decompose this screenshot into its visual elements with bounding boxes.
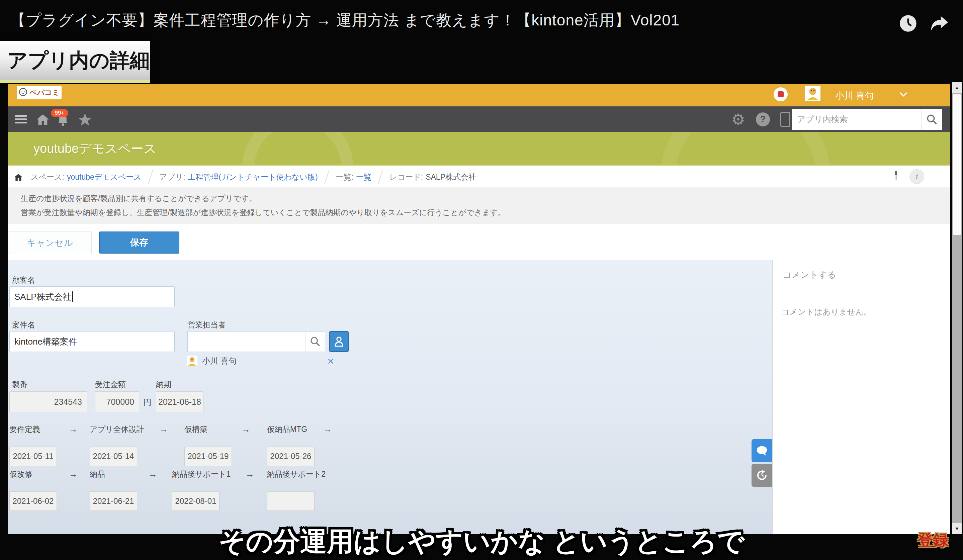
search-input[interactable] (792, 109, 921, 130)
sales-rep-input[interactable] (188, 332, 305, 351)
arrow-separator: → (69, 424, 78, 435)
customer-name-label: 顧客名 (12, 275, 35, 285)
settings-gear-icon[interactable]: ⚙ (728, 106, 748, 132)
arrow-separator: → (323, 424, 332, 435)
process-step-label: 納品 (90, 469, 147, 479)
process-step: 仮構築 2021-05-19 (184, 424, 241, 466)
breadcrumb-home-icon[interactable] (14, 173, 23, 181)
notification-count-badge: 99+ (51, 109, 68, 117)
sales-rep-search-button[interactable] (305, 332, 325, 351)
logo-face-icon (19, 87, 28, 98)
breadcrumb-item-record: レコード: SALP株式会社 (389, 172, 476, 182)
process-step-label: アプリ全体設計 (90, 424, 147, 435)
search-icon (310, 336, 321, 347)
cancel-button[interactable]: キャンセル (8, 231, 92, 254)
selected-user-chip: 小川 喜句 × (187, 355, 334, 367)
breadcrumb-item-view[interactable]: 一覧: 一覧 (336, 172, 371, 182)
header-user-name[interactable]: 小川 喜句 (835, 90, 874, 102)
page-scrollbar[interactable]: ▲ ▼ (952, 82, 961, 534)
process-step: 納品後サポート2 (267, 469, 324, 511)
process-date-field[interactable]: 2021-06-21 (90, 491, 137, 511)
share-button[interactable] (930, 15, 949, 34)
comments-empty-message: コメントはありません。 (781, 306, 872, 317)
space-header: youtubeデモスペース (8, 132, 950, 165)
process-step-label: 要件定義 (10, 424, 66, 435)
divider (773, 326, 950, 326)
chevron-down-icon[interactable] (899, 91, 908, 99)
process-date-field[interactable]: 2021-05-26 (267, 447, 315, 466)
person-icon (333, 335, 345, 348)
user-avatar[interactable] (805, 86, 820, 101)
scroll-up-arrow[interactable]: ▲ (952, 82, 961, 93)
breadcrumb-item-space[interactable]: スペース: youtubeデモスペース (31, 172, 141, 182)
video-caption: その分運用はしやすいかな というところで (0, 524, 963, 560)
process-step-label: 納品後サポート2 (267, 469, 324, 479)
video-overlay-label: アプリ内の詳細 (0, 41, 150, 83)
breadcrumb-separator (378, 170, 383, 184)
order-amount-field[interactable]: 700000 (95, 392, 139, 412)
process-step: 納品後サポート1 2022-08-01 (172, 469, 229, 511)
product-no-field[interactable]: 234543 (10, 392, 87, 412)
process-step: 要件定義 2021-05-11 (10, 424, 66, 466)
scrollbar-thumb[interactable] (953, 94, 961, 235)
action-bar: キャンセル 保存 (8, 224, 950, 260)
process-step: 仮納品MTG 2021-05-26 (267, 424, 324, 466)
comment-bubble-icon (756, 445, 768, 456)
app-description: 生産の進捗状況を顧客/製品別に共有することができるアプリです。 営業が受注数量や… (8, 187, 950, 224)
arrow-separator: → (149, 469, 157, 479)
share-icon (930, 14, 949, 34)
arrow-separator: → (159, 424, 168, 435)
process-date-field[interactable]: 2021-05-19 (184, 447, 232, 466)
comments-tab[interactable] (752, 439, 772, 462)
search-button[interactable] (921, 109, 942, 130)
search-icon (926, 113, 938, 125)
divider (773, 296, 950, 296)
favorites-star-icon[interactable] (76, 106, 94, 132)
process-date-field[interactable] (267, 491, 315, 511)
pepakomi-logo[interactable]: ペパコミ (17, 86, 62, 99)
app-header-bar: ペパコミ 小川 喜句 (8, 84, 950, 106)
sales-rep-picker (187, 331, 325, 352)
video-frame: 【プラグイン不要】案件工程管理の作り方 → 運用方法 まで教えます！【kinto… (0, 0, 963, 560)
project-name-field[interactable]: kintone構築案件 (10, 331, 175, 352)
notification-dot (778, 91, 784, 97)
home-icon[interactable] (34, 106, 52, 132)
text-cursor (72, 291, 73, 302)
watch-later-button[interactable] (899, 15, 918, 34)
order-amount-unit: 円 (143, 397, 152, 408)
process-date-field[interactable]: 2021-06-02 (10, 491, 57, 511)
description-line: 営業が受注数量や納期を登録し、生産管理/製造部が進捗状況を登録していくことで製品… (21, 207, 506, 218)
product-no-label: 製番 (12, 379, 28, 390)
history-tab[interactable] (752, 464, 772, 487)
record-edit-form: 顧客名 SALP株式会社 案件名 kintone構築案件 営業担当者 (8, 260, 950, 534)
arrow-separator: → (242, 424, 250, 435)
process-date-field[interactable]: 2021-05-11 (10, 447, 57, 466)
header-notification-icon[interactable] (773, 87, 788, 101)
process-date-field[interactable]: 2021-05-14 (90, 447, 137, 466)
select-user-button[interactable] (329, 331, 349, 352)
delivery-date-field[interactable]: 2021-06-18 (156, 392, 203, 412)
space-decoration (242, 132, 353, 165)
space-title[interactable]: youtubeデモスペース (34, 140, 157, 157)
comment-action-link[interactable]: コメントする (783, 269, 836, 281)
breadcrumb-item-app[interactable]: アプリ: 工程管理(ガントチャート使わない版) (160, 172, 318, 182)
help-icon[interactable]: ? (753, 106, 773, 132)
remove-user-icon[interactable]: × (327, 355, 334, 367)
save-button[interactable]: 保存 (99, 231, 179, 254)
process-step: 納品 2021-06-21 (90, 469, 147, 511)
info-icon[interactable]: i (909, 169, 924, 184)
process-step: アプリ全体設計 2021-05-14 (90, 424, 147, 466)
app-search-box (792, 109, 942, 130)
mobile-view-icon[interactable] (777, 106, 794, 132)
process-date-field[interactable]: 2022-08-01 (172, 491, 219, 511)
process-step-label: 納品後サポート1 (172, 469, 229, 479)
logo-text: ペパコミ (29, 87, 60, 98)
delivery-date-label: 納期 (156, 379, 171, 390)
hamburger-menu-icon[interactable] (13, 106, 28, 132)
pin-icon[interactable] (893, 170, 899, 183)
process-step-label: 仮構築 (184, 424, 241, 435)
sales-rep-label: 営業担当者 (187, 320, 226, 330)
app-toolbar: 99+ ⚙ ? (8, 106, 950, 132)
customer-name-field[interactable]: SALP株式会社 (10, 286, 175, 307)
subscribe-watermark: 登録 (918, 530, 948, 550)
